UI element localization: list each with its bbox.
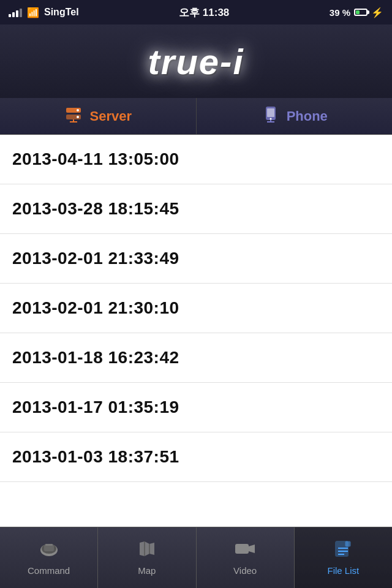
- list-item[interactable]: 2013-01-17 01:35:19: [0, 383, 392, 432]
- map-label: Map: [138, 565, 156, 576]
- carrier-label: SingTel: [44, 7, 79, 18]
- file-datetime: 2013-01-18 16:23:42: [12, 348, 179, 367]
- file-datetime: 2013-04-11 13:05:00: [12, 149, 179, 168]
- battery-icon: [354, 9, 368, 16]
- svg-rect-14: [45, 544, 53, 546]
- map-icon: [137, 540, 157, 562]
- tab-phone-label: Phone: [287, 108, 328, 124]
- svg-point-2: [77, 109, 79, 111]
- svg-rect-18: [345, 541, 350, 546]
- nav-tabs: Server Phone: [0, 98, 392, 135]
- list-item[interactable]: 2013-02-01 21:30:10: [0, 284, 392, 333]
- app-logo: true-i: [148, 41, 244, 82]
- svg-point-3: [77, 116, 79, 118]
- status-bar: 📶 SingTel 오후 11:38 39 % ⚡: [0, 0, 392, 24]
- video-icon: [234, 540, 256, 562]
- bottom-tab-video[interactable]: Video: [197, 527, 295, 588]
- bottom-tab-filelist[interactable]: File List: [295, 527, 392, 588]
- wifi-icon: 📶: [27, 7, 39, 18]
- file-datetime: 2013-02-01 21:30:10: [12, 298, 179, 317]
- bottom-tab-map[interactable]: Map: [98, 527, 196, 588]
- filelist-label: File List: [328, 565, 360, 576]
- file-datetime: 2013-01-03 18:37:51: [12, 447, 179, 466]
- list-item[interactable]: 2013-04-11 13:05:00: [0, 135, 392, 184]
- signal-icon: [9, 7, 22, 17]
- list-item[interactable]: 2013-01-18 16:23:42: [0, 333, 392, 383]
- list-item[interactable]: 2013-02-01 21:33:49: [0, 234, 392, 284]
- svg-rect-15: [235, 544, 249, 554]
- tab-server[interactable]: Server: [0, 98, 197, 134]
- tab-phone[interactable]: Phone: [197, 98, 393, 134]
- svg-rect-13: [44, 545, 54, 551]
- file-datetime: 2013-03-28 18:15:45: [12, 199, 179, 218]
- svg-marker-16: [249, 545, 255, 553]
- filelist-icon: [333, 540, 353, 562]
- time-label: 오후 11:38: [179, 6, 229, 20]
- file-list: 2013-04-11 13:05:002013-03-28 18:15:4520…: [0, 135, 392, 527]
- svg-point-8: [270, 118, 271, 120]
- app-header: true-i: [0, 24, 392, 98]
- list-item[interactable]: 2013-01-03 18:37:51: [0, 432, 392, 482]
- video-label: Video: [233, 565, 257, 576]
- file-datetime: 2013-01-17 01:35:19: [12, 398, 179, 417]
- phone-icon: [261, 105, 281, 127]
- file-datetime: 2013-02-01 21:33:49: [12, 249, 179, 268]
- charging-icon: ⚡: [371, 7, 383, 18]
- server-icon: [64, 105, 83, 127]
- bottom-tab-command[interactable]: Command: [0, 527, 98, 588]
- command-label: Command: [28, 565, 70, 576]
- svg-rect-7: [267, 108, 274, 117]
- command-icon: [38, 540, 60, 562]
- tab-server-label: Server: [89, 108, 132, 124]
- list-item[interactable]: 2013-03-28 18:15:45: [0, 184, 392, 234]
- status-right: 39 % ⚡: [330, 7, 383, 18]
- status-left: 📶 SingTel: [9, 7, 79, 18]
- bottom-bar: Command Map Video: [0, 527, 392, 588]
- battery-label: 39 %: [330, 7, 350, 18]
